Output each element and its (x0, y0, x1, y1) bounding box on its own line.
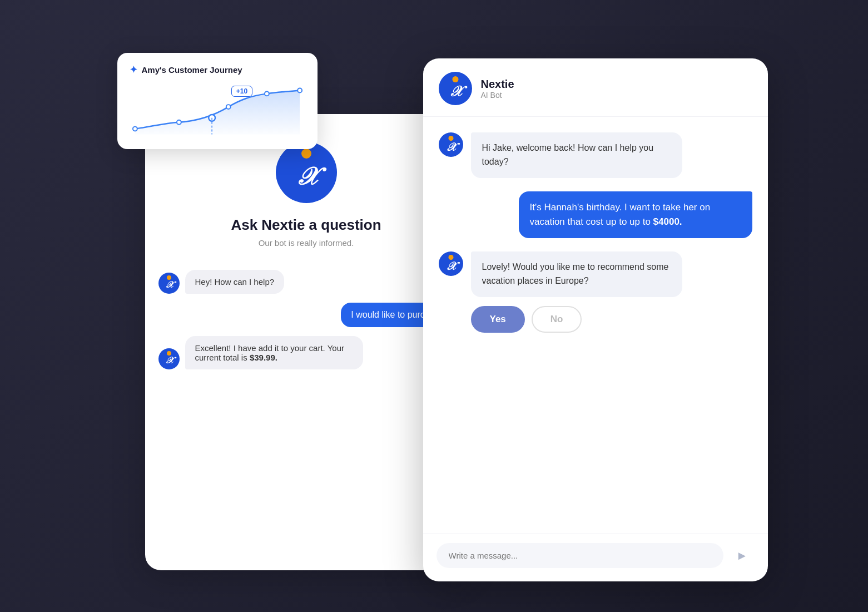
hero-dot (301, 149, 311, 159)
chart-badge: +10 (231, 86, 252, 97)
chat-input-area: ► (423, 534, 768, 581)
svg-point-2 (209, 115, 215, 121)
back-chat-subtitle: Our bot is really informed. (259, 238, 354, 248)
no-button[interactable]: No (532, 306, 582, 333)
msg-row-3: 𝒳 Lovely! Would you like me to recommend… (439, 251, 752, 333)
back-msg-row-1: 𝒳 Hey! How can I help? (158, 270, 454, 294)
back-messages: 𝒳 Hey! How can I help? I would like to p… (145, 270, 468, 369)
bot-role: AI Bot (481, 91, 514, 100)
msg-avatar-1: 𝒳 (439, 132, 463, 157)
user-bubble-1: It's Hannah's birthday. I want to take h… (519, 191, 752, 239)
svg-point-6 (297, 88, 302, 93)
send-button[interactable]: ► (730, 544, 755, 568)
options-row: Yes No (471, 306, 682, 333)
bot-bubble-2: Lovely! Would you like me to recommend s… (471, 251, 682, 297)
hero-x-letter: 𝒳 (297, 162, 316, 191)
back-chat-title: Ask Nextie a question (231, 216, 381, 234)
bot-name: Nextie (481, 78, 514, 91)
journey-card-title: ✦ Amy's Customer Journey (130, 64, 305, 76)
back-msg-row-2: I would like to purchase (158, 303, 454, 327)
chat-header: 𝒳 Nextie AI Bot (423, 58, 768, 117)
svg-point-5 (264, 91, 269, 96)
msg-avatar-3: 𝒳 (439, 251, 463, 276)
bot-hero-avatar: 𝒳 (276, 142, 337, 203)
svg-point-1 (176, 120, 181, 125)
svg-point-0 (132, 127, 137, 131)
msg-row-2: It's Hannah's birthday. I want to take h… (439, 191, 752, 239)
chat-messages: 𝒳 Hi Jake, welcome back! How can I help … (423, 117, 768, 534)
msg-row-1: 𝒳 Hi Jake, welcome back! How can I help … (439, 132, 752, 178)
back-bot-avatar-1: 𝒳 (158, 273, 180, 294)
journey-chart-svg (130, 83, 305, 137)
back-bot-avatar-3: 𝒳 (158, 348, 180, 369)
header-avatar: 𝒳 (439, 72, 472, 105)
journey-card: ✦ Amy's Customer Journey +10 (117, 53, 318, 149)
svg-point-4 (226, 105, 230, 109)
reply-with-options: Lovely! Would you like me to recommend s… (471, 251, 682, 333)
send-icon: ► (736, 549, 748, 563)
back-msg-row-3: 𝒳 Excellent! I have add it to your cart.… (158, 336, 454, 369)
sparkle-icon: ✦ (130, 64, 137, 76)
journey-chart: +10 (130, 83, 305, 139)
front-chat-panel: 𝒳 Nextie AI Bot 𝒳 Hi Jake, welcome back!… (423, 58, 768, 581)
back-chat-panel: 𝒳 Ask Nextie a question Our bot is reall… (145, 114, 468, 570)
header-info: Nextie AI Bot (481, 78, 514, 100)
yes-button[interactable]: Yes (471, 306, 525, 333)
back-bubble-1: Hey! How can I help? (185, 270, 285, 294)
bot-bubble-1: Hi Jake, welcome back! How can I help yo… (471, 132, 682, 178)
scene: ✦ Amy's Customer Journey +10 (101, 42, 768, 570)
back-bubble-3: Excellent! I have add it to your cart. Y… (185, 336, 363, 369)
message-input[interactable] (437, 543, 723, 568)
